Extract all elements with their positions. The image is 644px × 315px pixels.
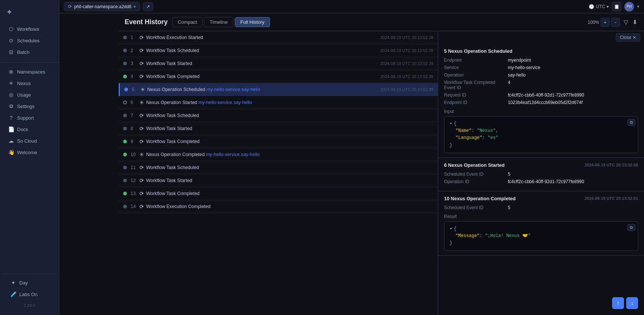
event-type-icon: ⟳	[139, 165, 144, 171]
app-logo: ✦	[0, 4, 59, 23]
event-history-header: Event History Compact Timeline Full Hist…	[119, 13, 644, 31]
value-operation-id: fc4cff2c-cbb6-40ff-92d1-72c977fe8990	[508, 179, 584, 184]
usage-icon: ◎	[8, 92, 14, 98]
socloud-icon: ☁	[8, 138, 14, 144]
event-row[interactable]: 7 ⟳ Workflow Task Scheduled	[119, 109, 438, 122]
copy-input-btn[interactable]: ⧉	[627, 119, 635, 126]
event-time: 2024-08-19 UTC 20:13:52.38	[380, 87, 433, 92]
sidebar-label-support: Support	[17, 115, 34, 121]
event-time: 2024-08-19 UTC 20:13:52.38	[380, 74, 433, 79]
sidebar-item-docs[interactable]: 📄 Docs	[2, 124, 57, 135]
detail-close-bar: Close ✕	[438, 31, 644, 44]
sidebar-item-settings[interactable]: ⚙ Settings	[2, 101, 57, 112]
event-dot	[123, 101, 127, 104]
event-name: Workflow Task Started	[146, 178, 433, 183]
event-row[interactable]: 10 ✳ Nexus Operation Completed my-hello-…	[119, 148, 438, 161]
event-number: 4	[131, 74, 139, 79]
sidebar-secondary-nav: ⊕ Namespaces ✳ Nexus ◎ Usage ⚙ Settings …	[0, 66, 59, 158]
event-dot	[123, 140, 127, 143]
external-link-btn[interactable]: ↗	[143, 2, 153, 11]
event-link[interactable]: my-hello-service.say-hello	[207, 87, 260, 92]
download-btn[interactable]: ⬇	[632, 18, 638, 26]
event-row[interactable]: 9 ⟳ Workflow Task Completed	[119, 135, 438, 148]
event-number: 1	[131, 35, 139, 40]
sidebar-label-usage: Usage	[17, 92, 31, 98]
value-endpoint: myendpoint	[508, 58, 531, 63]
zoom-in-btn[interactable]: +	[601, 18, 610, 27]
event-row[interactable]: 8 ⟳ Workflow Task Started	[119, 122, 438, 135]
sidebar-item-socloud[interactable]: ☁ So Cloud	[2, 135, 57, 146]
zoom-controls: 100% + -	[588, 18, 620, 27]
feedback-icon-btn[interactable]: 📋	[612, 2, 621, 12]
event-type-icon: ⟳	[139, 126, 144, 131]
event-row[interactable]: 13 ⟳ Workflow Task Completed	[119, 187, 438, 200]
event-link[interactable]: my-hello-service.say-hello	[198, 100, 252, 105]
event-name: Workflow Task Scheduled	[146, 113, 433, 118]
event-row[interactable]: 12 ⟳ Workflow Task Started	[119, 174, 438, 187]
event-type-icon: ✳	[139, 100, 144, 105]
event-row[interactable]: 5 ✳ Nexus Operation Scheduled my-hello-s…	[119, 83, 438, 96]
tab-timeline[interactable]: Timeline	[204, 17, 233, 27]
avatar-dropdown-icon[interactable]: ▾	[637, 4, 640, 9]
zoom-out-btn[interactable]: -	[611, 18, 620, 27]
detail-section-nexus-completed: 10 Nexus Operation Completed 2024-08-19 …	[438, 191, 644, 256]
sidebar-item-workflows[interactable]: ⬡ Workflows	[2, 23, 57, 35]
namespace-selector[interactable]: ⟳ phil-caller-namespace.a2dd6 ▾	[64, 2, 140, 11]
sidebar-item-usage[interactable]: ◎ Usage	[2, 89, 57, 100]
sidebar-item-support[interactable]: ? Support	[2, 112, 57, 123]
event-type-icon: ⟳	[139, 139, 144, 144]
event-type-icon: ⟳	[139, 204, 144, 210]
event-link[interactable]: my-hello-service.say-hello	[206, 152, 260, 157]
detail-section-time-2: 2024-08-19 UTC 20:13:52.56	[585, 163, 638, 167]
label-endpoint-id: Endpoint ID	[444, 100, 503, 105]
event-name: Workflow Task Completed	[146, 74, 380, 79]
label-scheduled-id-2: Scheduled Event ID	[444, 172, 503, 177]
workflows-icon: ⬡	[8, 26, 14, 32]
copy-result-btn[interactable]: ⧉	[627, 224, 635, 231]
scroll-down-btn[interactable]: ↓	[626, 297, 638, 309]
content-area: 1 ⟳ Workflow Execution Started 2024-08-1…	[119, 31, 644, 315]
event-number: 11	[131, 165, 139, 170]
sidebar-item-batch[interactable]: ⊟ Batch	[2, 46, 57, 58]
event-row[interactable]: 6 ✳ Nexus Operation Started my-hello-ser…	[119, 96, 438, 109]
event-row[interactable]: 2 ⟳ Workflow Task Scheduled 2024-08-19 U…	[119, 44, 438, 57]
event-number: 7	[131, 113, 139, 118]
event-row[interactable]: 14 ⟳ Workflow Execution Completed	[119, 200, 438, 213]
event-dot	[123, 192, 127, 195]
event-type-icon: ✳	[139, 152, 144, 158]
sidebar-label-schedules: Schedules	[17, 38, 40, 43]
event-type-icon: ⟳	[139, 74, 144, 79]
sidebar-label-namespaces: Namespaces	[17, 69, 45, 75]
event-row[interactable]: 11 ⟳ Workflow Task Scheduled	[119, 161, 438, 174]
filter-btn[interactable]: ▽	[623, 18, 629, 26]
expand-arrow[interactable]: ▾	[450, 121, 452, 126]
event-name: Workflow Task Completed	[146, 191, 433, 196]
sidebar-label-docs: Docs	[17, 127, 28, 132]
sidebar-item-schedules[interactable]: ⊙ Schedules	[2, 35, 57, 46]
event-name: Nexus Operation Started my-hello-service…	[146, 100, 433, 105]
event-row[interactable]: 4 ⟳ Workflow Task Completed 2024-08-19 U…	[119, 70, 438, 83]
label-task-completed-id: Workflow Task Completed Event ID	[444, 80, 503, 90]
sidebar-item-welcome[interactable]: 👋 Welcome	[2, 147, 57, 158]
event-row[interactable]: 3 ⟳ Workflow Task Started 2024-08-19 UTC…	[119, 57, 438, 70]
sidebar-item-nexus[interactable]: ✳ Nexus	[2, 78, 57, 89]
sidebar-item-labs[interactable]: 🧪 Labs On	[4, 289, 55, 300]
close-detail-btn[interactable]: Close ✕	[616, 33, 640, 42]
result-line-3: }	[450, 240, 632, 247]
user-avatar[interactable]: PH	[624, 2, 634, 12]
value-scheduled-id-3: 5	[508, 205, 510, 210]
support-icon: ?	[8, 115, 14, 121]
event-time: 2024-08-19 UTC 20:13:52.28	[380, 48, 433, 53]
sidebar-item-namespaces[interactable]: ⊕ Namespaces	[2, 66, 57, 77]
tab-compact[interactable]: Compact	[172, 17, 203, 27]
utc-selector[interactable]: 🕐 UTC ▾	[589, 4, 609, 9]
event-list: 1 ⟳ Workflow Execution Started 2024-08-1…	[119, 31, 438, 315]
tab-full-history[interactable]: Full History	[235, 17, 270, 27]
app-version: 2.29.0	[2, 300, 57, 311]
scroll-up-btn[interactable]: ↑	[612, 297, 624, 309]
result-expand-arrow[interactable]: ▾	[450, 226, 452, 231]
sidebar-label-welcome: Welcome	[17, 150, 37, 155]
event-dot	[123, 205, 127, 208]
sidebar-item-day[interactable]: ✦ Day	[4, 277, 55, 288]
event-row[interactable]: 1 ⟳ Workflow Execution Started 2024-08-1…	[119, 31, 438, 44]
